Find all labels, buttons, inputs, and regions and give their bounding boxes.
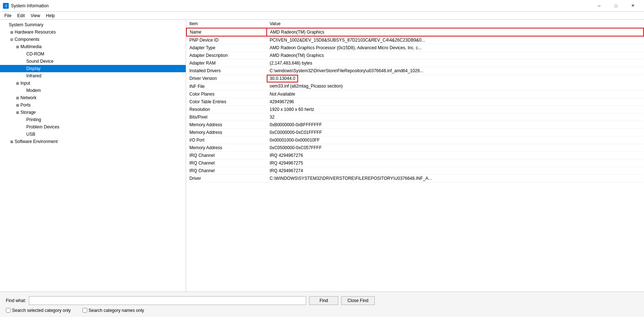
tree-label-software-environment: Software Environment (15, 139, 186, 144)
tree-item-cd-rom[interactable]: CD-ROM (0, 50, 186, 58)
tree-label-system-summary: System Summary (9, 22, 186, 27)
menu-item-file[interactable]: File (1, 12, 14, 19)
tree-label-multimedia: Multimedia (20, 44, 186, 49)
tree-item-sound-device[interactable]: Sound Device (0, 58, 186, 65)
cell-item-irq-channel-2: IRQ Channel (186, 159, 267, 167)
tree-item-multimedia[interactable]: ⊞Multimedia (0, 43, 186, 50)
table-row-driver[interactable]: DriverC:\WINDOWS\SYSTEM32\DRIVERSTORE\FI… (186, 174, 644, 182)
cell-item-memory-address-3: Memory Address (186, 144, 267, 151)
title-text: System Information (11, 3, 49, 8)
tree-label-problem-devices: Problem Devices (26, 124, 186, 129)
title-bar-left: ℹ System Information (3, 3, 49, 9)
cell-value-installed-drivers: C:\windows\System32\DriverStore\FileRepo… (267, 67, 644, 75)
find-label: Find what: (6, 298, 26, 303)
tree-item-software-environment[interactable]: ⊞Software Environment (0, 138, 186, 145)
table-row-irq-channel-3[interactable]: IRQ ChannelIRQ 4294967274 (186, 167, 644, 174)
expander-usb (20, 131, 26, 137)
menu-bar: FileEditViewHelp (0, 12, 644, 20)
checkbox-category-names-input[interactable] (82, 308, 87, 313)
table-row-bits-pixel[interactable]: Bits/Pixel32 (186, 113, 644, 121)
tree-item-system-summary[interactable]: System Summary (0, 21, 186, 28)
table-row-adapter-ram[interactable]: Adapter RAM(2,147,483,648) bytes (186, 59, 644, 67)
cell-item-color-planes: Color Planes (186, 90, 267, 98)
cell-item-adapter-type: Adapter Type (186, 44, 267, 52)
cell-item-io-port: I/O Port (186, 136, 267, 144)
cell-item-pnp-device-id: PNP Device ID (186, 36, 267, 44)
tree-label-hardware-resources: Hardware Resources (15, 30, 186, 35)
expander-network[interactable]: ⊞ (15, 95, 20, 101)
tree-label-sound-device: Sound Device (26, 59, 186, 64)
table-row-pnp-device-id[interactable]: PNP Device IDPCI\VEN_1002&DEV_15D8&SUBSY… (186, 36, 644, 44)
expander-input[interactable]: ⊞ (15, 80, 20, 86)
cell-item-irq-channel-1: IRQ Channel (186, 151, 267, 159)
title-controls: ─ □ ✕ (591, 0, 641, 12)
tree-label-network: Network (20, 95, 186, 100)
tree-item-display[interactable]: Display (0, 65, 186, 72)
close-button[interactable]: ✕ (624, 0, 641, 12)
table-row-io-port[interactable]: I/O Port0x00001000-0x000010FF (186, 136, 644, 144)
cell-item-irq-channel-3: IRQ Channel (186, 167, 267, 174)
expander-multimedia[interactable]: ⊞ (15, 44, 20, 50)
table-row-memory-address-2[interactable]: Memory Address0xC0000000-0xC01FFFFF (186, 128, 644, 136)
cell-value-adapter-ram: (2,147,483,648) bytes (267, 59, 644, 67)
table-row-name[interactable]: NameAMD Radeon(TM) Graphics (186, 28, 644, 36)
tree-item-components[interactable]: ⊟Components (0, 36, 186, 43)
close-find-button[interactable]: Close Find (341, 296, 374, 305)
cell-item-adapter-description: Adapter Description (186, 52, 267, 59)
tree-item-usb[interactable]: USB (0, 131, 186, 138)
find-button[interactable]: Find (309, 296, 338, 305)
cell-value-driver-version: 30.0.13044.0 (267, 75, 298, 82)
title-bar: ℹ System Information ─ □ ✕ (0, 0, 644, 12)
tree-item-storage[interactable]: ⊞Storage (0, 109, 186, 116)
app-icon: ℹ (3, 3, 9, 9)
cell-value-adapter-description: AMD Radeon(TM) Graphics (267, 52, 644, 59)
table-row-driver-version[interactable]: Driver Version30.0.13044.0 (186, 75, 644, 83)
menu-item-view[interactable]: View (28, 12, 43, 19)
table-row-irq-channel-1[interactable]: IRQ ChannelIRQ 4294967276 (186, 151, 644, 159)
expander-components[interactable]: ⊟ (9, 36, 15, 42)
cell-item-installed-drivers: Installed Drivers (186, 67, 267, 75)
tree-item-ports[interactable]: ⊞Ports (0, 101, 186, 109)
tree-item-printing[interactable]: Printing (0, 116, 186, 123)
checkbox-selected-category[interactable]: Search selected category only (6, 308, 71, 313)
table-row-adapter-type[interactable]: Adapter TypeAMD Radeon Graphics Processo… (186, 44, 644, 52)
table-row-installed-drivers[interactable]: Installed DriversC:\windows\System32\Dri… (186, 67, 644, 75)
tree-label-infrared: Infrared (26, 73, 186, 78)
tree-item-problem-devices[interactable]: Problem Devices (0, 123, 186, 131)
minimize-button[interactable]: ─ (591, 0, 608, 12)
expander-storage[interactable]: ⊞ (15, 109, 20, 115)
checkbox-category-names[interactable]: Search category names only (82, 308, 144, 313)
table-row-memory-address-3[interactable]: Memory Address0xC0500000-0xC057FFFF (186, 144, 644, 151)
menu-item-help[interactable]: Help (43, 12, 58, 19)
cell-item-adapter-ram: Adapter RAM (186, 59, 267, 67)
expander-printing (20, 117, 26, 123)
tree-item-infrared[interactable]: Infrared (0, 72, 186, 80)
table-row-color-planes[interactable]: Color PlanesNot Available (186, 90, 644, 98)
tree-item-modem[interactable]: Modem (0, 87, 186, 94)
table-row-memory-address-1[interactable]: Memory Address0xB0000000-0xBFFFFFFF (186, 121, 644, 128)
maximize-button[interactable]: □ (608, 0, 624, 12)
cell-value-driver: C:\WINDOWS\SYSTEM32\DRIVERSTORE\FILEREPO… (267, 174, 644, 182)
table-row-inf-file[interactable]: INF Fileoem33.inf (ati2mtag_Picasso sect… (186, 82, 644, 90)
expander-cd-rom (20, 51, 26, 57)
table-row-resolution[interactable]: Resolution1920 x 1080 x 60 hertz (186, 105, 644, 113)
expander-ports[interactable]: ⊞ (15, 102, 20, 108)
table-row-irq-channel-2[interactable]: IRQ ChannelIRQ 4294967275 (186, 159, 644, 167)
tree-label-storage: Storage (20, 110, 186, 115)
expander-software-environment[interactable]: ⊞ (9, 139, 15, 144)
checkbox-selected-category-input[interactable] (6, 308, 11, 313)
tree-label-input: Input (20, 81, 186, 86)
tree-item-input[interactable]: ⊞Input (0, 80, 186, 87)
table-row-color-table-entries[interactable]: Color Table Entries4294967296 (186, 98, 644, 105)
bottom-bar: Find what: Find Close Find Search select… (0, 291, 644, 317)
cell-value-name: AMD Radeon(TM) Graphics (267, 28, 644, 36)
expander-hardware-resources[interactable]: ⊞ (9, 29, 15, 35)
tree-item-network[interactable]: ⊞Network (0, 94, 186, 101)
tree-item-hardware-resources[interactable]: ⊞Hardware Resources (0, 28, 186, 36)
find-input[interactable] (29, 296, 306, 305)
cell-value-pnp-device-id: PCI\VEN_1002&DEV_15D8&SUBSYS_87D2103C&RE… (267, 36, 644, 44)
tree-label-printing: Printing (26, 117, 186, 122)
header-value: Value (267, 20, 644, 28)
table-row-adapter-description[interactable]: Adapter DescriptionAMD Radeon(TM) Graphi… (186, 52, 644, 59)
menu-item-edit[interactable]: Edit (14, 12, 28, 19)
